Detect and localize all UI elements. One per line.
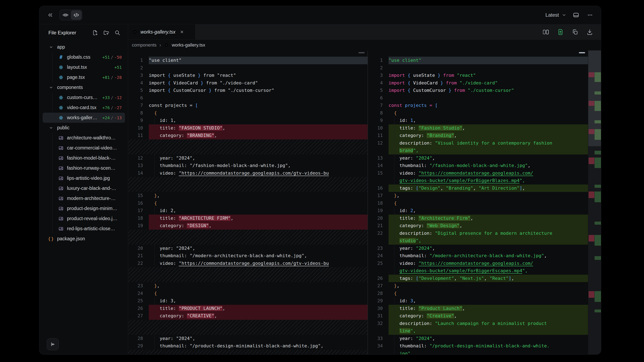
- tree-item-public[interactable]: public: [43, 123, 125, 133]
- tree-item-red-lips-artistic-close-[interactable]: red-lips-artistic-close…: [43, 224, 125, 234]
- ruler-addition-mark: [594, 185, 601, 188]
- tree-item-modern-architecture--[interactable]: modern-architecture-…: [43, 193, 125, 203]
- tree-item-custom-curs-[interactable]: custom-curs…+33/-12: [43, 92, 125, 102]
- line-number: 1: [368, 57, 388, 64]
- diff-view-icon[interactable]: [557, 29, 564, 35]
- code-line: 6: [368, 94, 588, 102]
- tree-item-video-card.tsx[interactable]: video-card.tsx+76/-27: [43, 102, 125, 113]
- close-tab-icon[interactable]: [179, 29, 184, 34]
- line-number: 19: [128, 222, 149, 230]
- tree-item-lips-artistic-video.jpg[interactable]: lips-artistic-video.jpg: [43, 173, 125, 183]
- line-number: 17: [368, 192, 388, 200]
- code-icon: [73, 12, 80, 18]
- tree-item-works-galler-[interactable]: works-galler…+24/-13: [43, 113, 125, 123]
- code-toggle-button[interactable]: [71, 10, 82, 20]
- diff-overview-ruler[interactable]: [588, 50, 601, 355]
- line-number: 8: [368, 109, 388, 117]
- tree-item-car-commercial-video-[interactable]: car-commercial-video…: [43, 143, 125, 153]
- new-file-icon[interactable]: [92, 30, 98, 36]
- line-number: 2: [128, 64, 149, 72]
- indent-guide: [394, 297, 394, 305]
- line-number: 32: [368, 320, 388, 328]
- folder-chevron-icon: [48, 44, 54, 50]
- tree-item-package.json[interactable]: {}package.json: [43, 234, 125, 244]
- code-text: {: [388, 290, 588, 297]
- code-line: 25 id: 3,: [128, 297, 368, 305]
- line-number: 28: [128, 335, 149, 343]
- tree-item-layout.tsx[interactable]: layout.tsx+51: [43, 62, 125, 72]
- preview-toggle-button[interactable]: [60, 10, 71, 20]
- download-icon[interactable]: [586, 29, 593, 35]
- new-folder-icon[interactable]: [103, 30, 110, 36]
- diff-filler-hatch: [128, 147, 368, 154]
- collapse-sidebar-button[interactable]: [46, 10, 55, 20]
- tree-item-luxury-car-black-and--[interactable]: luxury-car-black-and-…: [43, 183, 125, 193]
- diff-pane-original[interactable]: 1"use client"23import { useState } from …: [128, 50, 368, 355]
- split-view-icon[interactable]: [542, 29, 549, 35]
- code-line: 3import { useState } from "react": [368, 72, 588, 79]
- tree-item-components[interactable]: components: [43, 82, 125, 92]
- tab-works-gallery[interactable]: works-gallery.tsx: [128, 24, 196, 39]
- tree-item-fashion-runway-scen-[interactable]: fashion-runway-scen…: [43, 163, 125, 173]
- code-text: video: "https://commondatastorage.google…: [149, 169, 368, 177]
- indent-guide: [154, 124, 154, 132]
- layout-panel-button[interactable]: [571, 10, 581, 20]
- tree-item-label: fashion-runway-scen…: [67, 165, 115, 171]
- tree-item-product-design-minim-[interactable]: product-design-minim…: [43, 203, 125, 214]
- tree-item-label: product-design-minim…: [67, 206, 117, 211]
- code-text: gtv-videos-bucket/sample/ForBiggerEscape…: [388, 267, 588, 275]
- tree-item-fashion-model-black--[interactable]: fashion-model-black-…: [43, 153, 125, 163]
- breadcrumb: components › works-gallery.tsx: [128, 40, 601, 50]
- ruler-addition-mark: [594, 129, 601, 140]
- tree-item-architecture-walkthro-[interactable]: architecture-walkthro…: [43, 133, 125, 143]
- code-text: category: "CREATIVE",: [149, 312, 368, 320]
- code-text: year: "2024",: [388, 245, 588, 252]
- panel-bottom-icon: [573, 12, 579, 18]
- code-text: import { useState } from "react": [149, 72, 368, 79]
- code-text: studio",: [388, 237, 588, 245]
- copy-icon[interactable]: [572, 29, 578, 35]
- indent-guide: [154, 162, 154, 169]
- line-number: 29: [368, 297, 388, 305]
- code-text: description: "Digital presence for a mod…: [388, 230, 588, 237]
- code-line: 11 category: "Branding",: [368, 132, 588, 139]
- code-text: {: [149, 290, 368, 297]
- code-text: thumbnail: "/fashion-model-black-and-whi…: [388, 162, 588, 169]
- react-file-icon: [58, 65, 64, 70]
- tree-item-globals.css[interactable]: #globals.css+51/-50: [43, 52, 125, 62]
- tree-item-app[interactable]: app: [43, 42, 125, 52]
- tree-item-product-reveal-video.j-[interactable]: product-reveal-video.j…: [43, 214, 125, 224]
- tree-item-label: components: [57, 85, 83, 90]
- folder-chevron-icon: [48, 85, 54, 90]
- code-line: 14 video: "https://commondatastorage.goo…: [128, 169, 368, 177]
- line-number: 9: [128, 117, 149, 124]
- more-options-button[interactable]: [585, 10, 595, 20]
- breadcrumb-file[interactable]: works-gallery.tsx: [172, 42, 205, 48]
- code-text: title: "PRODUCT LAUNCH",: [149, 305, 368, 312]
- code-text: jpg",: [388, 350, 588, 355]
- version-selector[interactable]: Latest: [546, 12, 567, 18]
- line-number: [368, 177, 388, 185]
- line-number: 21: [368, 222, 388, 230]
- code-line: 33 year: "2024",: [368, 335, 588, 343]
- indent-guide: [394, 350, 394, 355]
- chevrons-left-icon: [47, 12, 54, 18]
- code-line: 31 category: "Creative",: [368, 312, 588, 320]
- breadcrumb-folder[interactable]: components: [132, 42, 156, 48]
- indent-guide: [394, 124, 394, 132]
- line-number: 22: [128, 260, 149, 267]
- indent-guide: [394, 335, 394, 343]
- indent-guide: [394, 260, 394, 267]
- line-number: 6: [128, 94, 149, 102]
- code-line: 18 {: [368, 200, 588, 207]
- tree-item-label: luxury-car-black-and-…: [67, 186, 116, 191]
- line-number: 21: [128, 252, 149, 260]
- ruler-addition-mark: [594, 192, 601, 202]
- tree-item-page.tsx[interactable]: page.tsx+81/-28: [43, 72, 125, 82]
- code-line: 15 },: [128, 192, 368, 200]
- tree-item-label: fashion-model-black-…: [67, 155, 116, 161]
- indent-guide: [394, 245, 394, 252]
- diff-pane-modified[interactable]: 1"use client"23import { useState } from …: [368, 50, 588, 355]
- search-icon[interactable]: [114, 30, 120, 36]
- collapse-explorer-button[interactable]: [47, 338, 59, 350]
